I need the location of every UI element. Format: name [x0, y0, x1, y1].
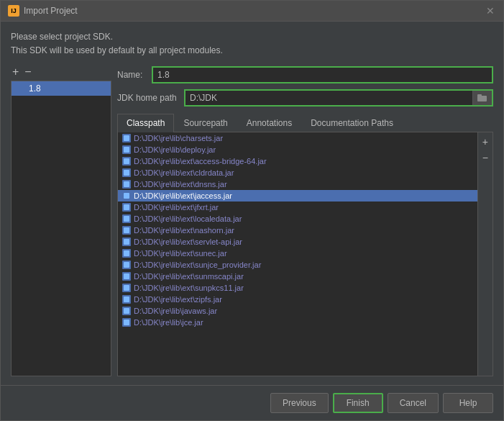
file-list-item[interactable]: D:\JDK\jre\lib\ext\jaccess.jar — [118, 190, 477, 202]
file-path: D:\JDK\jre\lib\ext\sunpkcs11.jar — [134, 284, 244, 292]
app-icon: IJ — [8, 5, 19, 17]
file-list: D:\JDK\jre\lib\charsets.jarD:\JDK\jre\li… — [118, 132, 477, 376]
file-list-item[interactable]: D:\JDK\jre\lib\ext\access-bridge-64.jar — [118, 155, 477, 167]
tab-annotations[interactable]: Annotations — [237, 114, 301, 132]
help-button[interactable]: Help — [443, 393, 493, 413]
file-list-item[interactable]: D:\JDK\jre\lib\ext\nashorn.jar — [118, 225, 477, 236]
finish-button[interactable]: Finish — [333, 393, 383, 413]
list-remove-button[interactable]: − — [480, 151, 491, 166]
tabs-header: Classpath Sourcepath Annotations Documen… — [117, 114, 493, 132]
dialog-footer: Previous Finish Cancel Help — [1, 385, 503, 420]
sdk-tree-item-label: 1.8 — [29, 83, 41, 94]
svg-rect-1 — [477, 94, 482, 96]
file-path: D:\JDK\jre\lib\ext\sunjce_provider.jar — [134, 261, 261, 269]
file-list-item[interactable]: D:\JDK\jre\lib\ext\sunpkcs11.jar — [118, 282, 477, 294]
file-list-item[interactable]: D:\JDK\jre\lib\charsets.jar — [118, 132, 477, 144]
file-path: D:\JDK\jre\lib\ext\sunec.jar — [134, 249, 227, 258]
jar-icon — [122, 134, 131, 142]
file-list-item[interactable]: D:\JDK\jre\lib\deploy.jar — [118, 144, 477, 155]
file-path: D:\JDK\jre\lib\ext\sunmscapi.jar — [134, 272, 244, 281]
file-path: D:\JDK\jre\lib\ext\jaccess.jar — [134, 191, 232, 200]
file-list-item[interactable]: D:\JDK\jre\lib\ext\zipfs.jar — [118, 294, 477, 305]
file-path: D:\JDK\jre\lib\ext\servlet-api.jar — [134, 237, 242, 246]
jar-icon — [122, 191, 131, 200]
file-list-item[interactable]: D:\JDK\jre\lib\jce.jar — [118, 317, 477, 328]
file-list-item[interactable]: D:\JDK\jre\lib\ext\cldrdata.jar — [118, 167, 477, 178]
file-list-item[interactable]: D:\JDK\jre\lib\javaws.jar — [118, 305, 477, 317]
jar-icon — [122, 180, 131, 189]
file-list-item[interactable]: D:\JDK\jre\lib\ext\servlet-api.jar — [118, 236, 477, 248]
file-path: D:\JDK\jre\lib\ext\zipfs.jar — [134, 295, 222, 304]
jdk-path-row: JDK home path — [117, 89, 493, 107]
name-label: Name: — [117, 70, 146, 80]
file-path: D:\JDK\jre\lib\ext\access-bridge-64.jar — [134, 157, 267, 166]
file-list-item[interactable]: D:\JDK\jre\lib\ext\sunmscapi.jar — [118, 271, 477, 282]
jar-icon — [122, 249, 131, 258]
svg-rect-0 — [477, 96, 487, 101]
file-path: D:\JDK\jre\lib\deploy.jar — [134, 145, 216, 154]
file-path: D:\JDK\jre\lib\ext\jfxrt.jar — [134, 203, 219, 212]
jar-icon — [122, 214, 131, 223]
file-list-wrap: D:\JDK\jre\lib\charsets.jarD:\JDK\jre\li… — [117, 132, 493, 376]
jar-icon — [122, 272, 131, 281]
file-list-item[interactable]: D:\JDK\jre\lib\ext\localedata.jar — [118, 213, 477, 225]
file-list-item[interactable]: D:\JDK\jre\lib\ext\jfxrt.jar — [118, 202, 477, 213]
file-path: D:\JDK\jre\lib\ext\nashorn.jar — [134, 226, 234, 235]
jar-icon — [122, 168, 131, 177]
jdk-path-input-wrap — [184, 89, 493, 107]
jar-icon — [122, 295, 131, 304]
file-path: D:\JDK\jre\lib\javaws.jar — [134, 307, 217, 315]
main-content: + − 1.8 Name: JDK — [11, 66, 493, 376]
jar-icon — [122, 157, 131, 166]
browse-button[interactable] — [472, 91, 492, 105]
sdk-tree-panel: + − 1.8 — [11, 66, 111, 376]
tab-sourcepath[interactable]: Sourcepath — [174, 114, 237, 132]
add-sdk-button[interactable]: + — [11, 66, 20, 78]
jar-icon — [122, 226, 131, 235]
folder-icon — [16, 85, 26, 93]
file-path: D:\JDK\jre\lib\charsets.jar — [134, 134, 223, 142]
file-path: D:\JDK\jre\lib\ext\dnsns.jar — [134, 180, 227, 189]
sdk-tree: 1.8 — [11, 81, 111, 376]
title-bar: IJ Import Project ✕ — [1, 1, 503, 22]
jar-icon — [122, 237, 131, 246]
file-path: D:\JDK\jre\lib\jce.jar — [134, 318, 203, 327]
tab-documentation-paths[interactable]: Documentation Paths — [301, 114, 403, 132]
sdk-name-input[interactable] — [152, 66, 493, 83]
file-list-item[interactable]: D:\JDK\jre\lib\ext\dnsns.jar — [118, 178, 477, 190]
right-panel: Name: JDK home path — [117, 66, 493, 376]
description-line1: Please select project SDK. — [11, 30, 493, 44]
previous-button[interactable]: Previous — [270, 393, 329, 413]
tab-classpath[interactable]: Classpath — [117, 114, 174, 132]
sdk-name-row: Name: — [117, 66, 493, 83]
jdk-path-input[interactable] — [185, 91, 472, 105]
jar-icon — [122, 145, 131, 154]
jdk-path-label: JDK home path — [117, 93, 178, 103]
file-path: D:\JDK\jre\lib\ext\cldrdata.jar — [134, 168, 234, 177]
jar-icon — [122, 203, 131, 212]
remove-sdk-button[interactable]: − — [23, 66, 32, 78]
dialog-body: Please select project SDK. This SDK will… — [1, 22, 503, 385]
dialog-title: Import Project — [24, 6, 78, 16]
jar-icon — [122, 318, 131, 327]
title-bar-left: IJ Import Project — [8, 5, 78, 17]
browse-icon — [477, 94, 487, 102]
description: Please select project SDK. This SDK will… — [11, 30, 493, 58]
description-line2: This SDK will be used by default by all … — [11, 44, 493, 58]
tree-item[interactable]: 1.8 — [12, 81, 111, 96]
list-side-buttons: + − — [477, 132, 492, 376]
jar-icon — [122, 307, 131, 315]
cancel-button[interactable]: Cancel — [388, 393, 439, 413]
file-list-item[interactable]: D:\JDK\jre\lib\ext\sunjce_provider.jar — [118, 259, 477, 271]
list-add-button[interactable]: + — [480, 135, 491, 150]
file-path: D:\JDK\jre\lib\ext\localedata.jar — [134, 214, 242, 223]
import-project-dialog: IJ Import Project ✕ Please select projec… — [0, 0, 504, 421]
close-button[interactable]: ✕ — [485, 5, 496, 17]
jar-icon — [122, 261, 131, 269]
file-list-item[interactable]: D:\JDK\jre\lib\ext\sunec.jar — [118, 248, 477, 259]
tabs-area: Classpath Sourcepath Annotations Documen… — [117, 114, 493, 376]
tree-toolbar: + − — [11, 66, 111, 78]
jar-icon — [122, 284, 131, 292]
